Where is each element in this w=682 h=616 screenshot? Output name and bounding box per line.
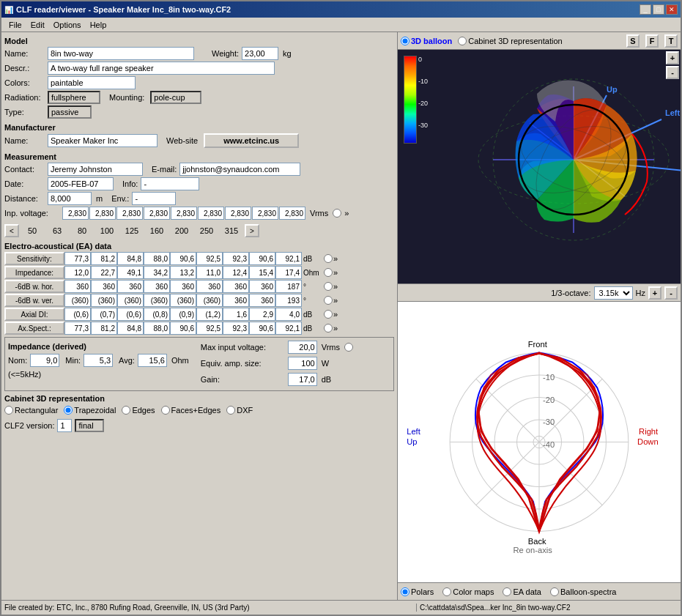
color-maps-tab[interactable]: Color maps [442, 587, 494, 596]
s-button[interactable]: S [626, 34, 640, 48]
cabinet-3d-radio[interactable] [458, 37, 467, 45]
t-button[interactable]: T [664, 34, 678, 48]
faces-edges-option[interactable]: Faces+Edges [161, 406, 221, 415]
rectangular-label: Rectangular [15, 406, 58, 415]
edges-option[interactable]: Edges [122, 406, 155, 415]
website-button[interactable]: www.etcinc.us [204, 133, 299, 148]
sixdbv-unit: ° [302, 297, 322, 305]
name-input[interactable] [48, 47, 194, 60]
gain-input[interactable] [288, 373, 317, 386]
sens-radio[interactable] [324, 254, 333, 263]
descr-input[interactable] [48, 62, 275, 75]
imp-v9: 17,4 [275, 266, 302, 279]
axdi-radio[interactable] [324, 310, 333, 319]
env-input[interactable] [132, 192, 176, 205]
distance-input[interactable] [48, 192, 92, 205]
balloon-plus-btn[interactable]: + [666, 51, 679, 64]
mfr-name-input[interactable] [48, 134, 157, 147]
inp-voltage-2: 2,830 [89, 207, 116, 220]
inp-voltage-more[interactable]: » [344, 209, 349, 218]
sixdbh-more[interactable]: » [333, 282, 338, 291]
polar-plus-btn[interactable]: + [648, 286, 661, 300]
max-inp-radio[interactable] [344, 343, 353, 352]
balloon-minus-btn[interactable]: - [666, 66, 679, 79]
freq-next-btn[interactable]: > [245, 224, 259, 237]
minimize-button[interactable]: _ [640, 4, 651, 15]
avg-input[interactable] [138, 354, 167, 367]
trapezoidal-radio[interactable] [64, 406, 73, 415]
sixdbh-v1: 360 [64, 280, 91, 293]
menu-file[interactable]: File [4, 19, 26, 31]
ea-data-tab[interactable]: EA data [503, 587, 541, 596]
f-button[interactable]: F [645, 34, 659, 48]
gain-label: Gain: [201, 375, 285, 384]
sixdb-ver-label[interactable]: -6dB w. ver. [4, 294, 64, 307]
distance-unit: m [96, 194, 103, 203]
colors-input[interactable] [48, 76, 136, 89]
nom-input[interactable] [30, 354, 59, 367]
polars-tab[interactable]: Polars [401, 587, 434, 596]
axdi-more[interactable]: » [333, 310, 338, 319]
faces-edges-radio[interactable] [161, 406, 170, 415]
manufacturer-title: Manufacturer [4, 123, 394, 132]
3d-balloon-option[interactable]: 3D balloon [401, 37, 452, 45]
cabinet-3d-option[interactable]: Cabinet 3D representation [458, 37, 562, 45]
menu-options[interactable]: Options [49, 19, 86, 31]
min-input[interactable] [84, 354, 113, 367]
axsp-more[interactable]: » [333, 324, 338, 333]
max-inp-input[interactable] [288, 341, 317, 354]
close-button[interactable]: ✕ [666, 4, 678, 15]
sixdbh-radio[interactable] [324, 282, 333, 291]
menu-help[interactable]: Help [86, 19, 111, 31]
trapezoidal-option[interactable]: Trapezoidal [64, 406, 116, 415]
dxf-radio[interactable] [226, 406, 235, 415]
axsp-v9: 92,1 [275, 322, 302, 335]
inp-voltage-radio[interactable] [333, 209, 341, 218]
max-inp-unit: Vrms [322, 343, 340, 352]
sensitivity-label[interactable]: Sensitivity: [4, 252, 64, 265]
nom-label: Nom: [8, 356, 27, 365]
email-input[interactable] [179, 163, 300, 176]
balloon-spectra-radio[interactable] [550, 587, 559, 596]
inp-voltage-3: 2,830 [116, 207, 143, 220]
axsp-radio[interactable] [324, 324, 333, 333]
ax-spect-label[interactable]: Ax.Spect.: [4, 322, 64, 335]
freq-200: 200 [170, 226, 193, 235]
sixdbh-v9: 187 [275, 280, 302, 293]
3d-balloon-radio[interactable] [401, 37, 409, 45]
date-input[interactable] [48, 177, 114, 190]
octave-select[interactable]: 3.15k 1k 2k 4k 8k [594, 286, 633, 300]
ea-data-radio[interactable] [503, 587, 511, 596]
imp-radio[interactable] [324, 268, 333, 277]
sixdbv-radio[interactable] [324, 296, 333, 305]
polars-radio[interactable] [401, 587, 409, 596]
impedance-label[interactable]: Impedance: [4, 266, 64, 279]
color-maps-radio[interactable] [442, 587, 451, 596]
contact-input[interactable] [48, 163, 143, 176]
sixdbv-more[interactable]: » [333, 296, 338, 305]
avg-label: Avg: [119, 356, 135, 365]
polar-minus-btn[interactable]: - [664, 286, 678, 300]
info-input[interactable] [141, 177, 199, 190]
dxf-option[interactable]: DXF [226, 406, 253, 415]
sens-more[interactable]: » [333, 254, 338, 263]
weight-input[interactable] [242, 47, 278, 60]
version-input[interactable] [57, 419, 72, 432]
sixdb-hor-label[interactable]: -6dB w. hor. [4, 280, 64, 293]
window-title: CLF reader/viewer - Speaker Maker Inc_8i… [16, 5, 231, 14]
balloon-spectra-tab[interactable]: Balloon-spectra [550, 587, 616, 596]
color-scale-labels: 0 -10 -20 -30 [418, 56, 428, 144]
maximize-button[interactable]: □ [653, 4, 664, 15]
axial-di-label[interactable]: Axial DI: [4, 308, 64, 321]
menu-edit[interactable]: Edit [26, 19, 49, 31]
rectangular-radio[interactable] [4, 406, 13, 415]
balloon-3d-area: 0 -10 -20 -30 Left [398, 50, 681, 284]
freq-prev-btn[interactable]: < [4, 224, 19, 237]
dxf-label: DXF [237, 406, 253, 415]
equiv-amp-input[interactable] [288, 357, 317, 370]
imp-v5: 13,2 [170, 266, 196, 279]
imp-more[interactable]: » [333, 268, 338, 277]
edges-radio[interactable] [122, 406, 130, 415]
rectangular-option[interactable]: Rectangular [4, 406, 58, 415]
hz-label: Hz [636, 289, 645, 297]
